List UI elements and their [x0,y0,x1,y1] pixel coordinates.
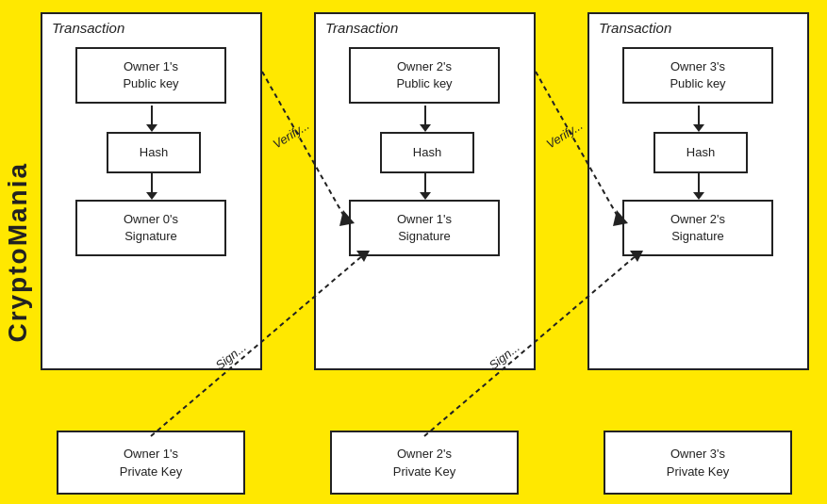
verify-label-1: Verify... [271,118,312,151]
signature-box-2: Owner 1'sSignature [349,200,500,256]
arrow-line-2b [424,173,426,194]
private-key-1: Owner 1'sPrivate Key [57,431,245,495]
arrow-head-2a [420,124,431,132]
arrow-head-1a [146,124,157,132]
main-area: Transaction Owner 1'sPublic key Hash Own… [36,8,823,504]
arrow-head-1b [146,192,157,200]
hash-box-3: Hash [653,132,748,173]
signature-box-3: Owner 2'sSignature [622,200,773,256]
verify-label-2: Verify... [544,118,586,151]
arrow-head-3b [693,192,704,200]
arrow-line-3a [698,106,700,126]
public-key-box-2: Owner 2'sPublic key [349,47,500,104]
arrow-line-1a [151,106,153,126]
sidebar-title: CryptoMania [3,162,33,343]
signature-box-1: Owner 0'sSignature [75,200,226,256]
arrow-line-3b [698,173,700,194]
public-key-box-3: Owner 3'sPublic key [622,47,773,104]
public-key-box-1: Owner 1'sPublic key [75,47,226,104]
arrow-head-2b [420,192,431,200]
hash-box-2: Hash [380,132,474,173]
arrow-line-1b [151,173,153,194]
transaction-title-3: Transaction [589,14,807,40]
arrow-line-2a [424,106,426,126]
transaction-title-1: Transaction [42,14,260,40]
hash-box-1: Hash [107,132,201,173]
transaction-col-2: Transaction Owner 2'sPublic key Hash Own… [314,12,536,370]
transaction-col-1: Transaction Owner 1'sPublic key Hash Own… [41,12,262,370]
arrow-head-3a [693,124,704,132]
sidebar: CryptoMania [0,0,36,504]
private-key-2: Owner 2'sPrivate Key [330,431,519,495]
private-key-3: Owner 3'sPrivate Key [604,431,792,495]
transaction-title-2: Transaction [316,14,534,40]
transaction-col-3: Transaction Owner 3'sPublic key Hash Own… [587,12,809,370]
